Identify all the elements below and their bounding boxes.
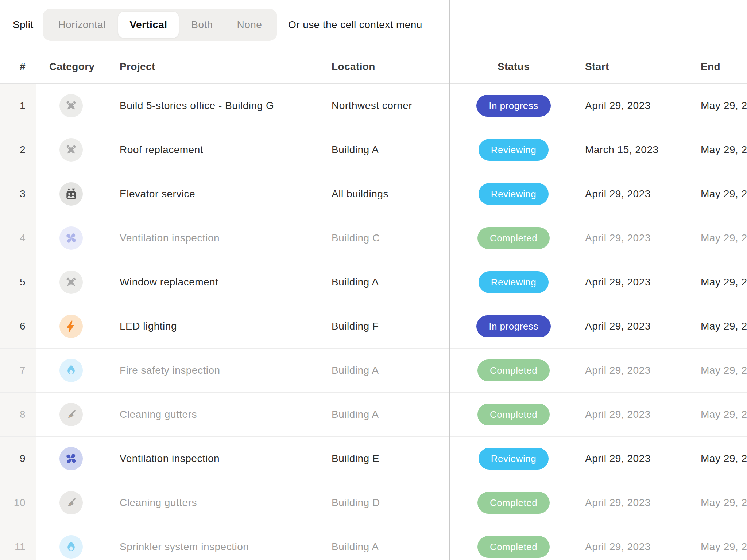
start-date-cell[interactable]: April 29, 2023 xyxy=(577,100,693,112)
row-number-cell[interactable]: 3 xyxy=(0,172,36,216)
start-date-cell[interactable]: April 29, 2023 xyxy=(577,188,693,200)
project-cell[interactable]: Build 5-stories office - Building G xyxy=(120,100,332,112)
location-cell[interactable]: Building A xyxy=(332,144,450,156)
end-date-cell[interactable]: May 29, 2023 xyxy=(693,232,747,244)
table-row[interactable]: 7Fire safety inspectionBuilding AComplet… xyxy=(0,349,747,393)
location-cell[interactable]: Building E xyxy=(332,453,450,464)
project-cell[interactable]: Sprinkler system inspection xyxy=(120,541,332,553)
start-date-cell[interactable]: March 15, 2023 xyxy=(577,144,693,156)
row-number-cell[interactable]: 8 xyxy=(0,393,36,436)
row-number-cell[interactable]: 11 xyxy=(0,525,36,560)
end-date-cell[interactable]: May 29, 2023 xyxy=(693,365,747,376)
split-option-both[interactable]: Both xyxy=(179,12,224,38)
project-cell[interactable]: Ventilation inspection xyxy=(120,453,332,464)
end-date-cell[interactable]: May 29, 2023 xyxy=(693,409,747,420)
split-option-horizontal[interactable]: Horizontal xyxy=(46,12,117,38)
location-cell[interactable]: All buildings xyxy=(332,188,450,200)
status-cell[interactable]: Completed xyxy=(450,492,577,514)
category-cell[interactable] xyxy=(36,447,120,470)
row-number-cell[interactable]: 6 xyxy=(0,304,36,348)
category-cell[interactable] xyxy=(36,359,120,382)
category-cell[interactable] xyxy=(36,315,120,338)
table-row[interactable]: 6LED lightingBuilding FIn progressApril … xyxy=(0,304,747,349)
table-row[interactable]: 4Ventilation inspectionBuilding CComplet… xyxy=(0,216,747,260)
category-cell[interactable] xyxy=(36,182,120,206)
status-cell[interactable]: In progress xyxy=(450,95,577,117)
category-cell[interactable] xyxy=(36,94,120,117)
split-option-vertical[interactable]: Vertical xyxy=(118,12,179,38)
category-cell[interactable] xyxy=(36,226,120,250)
end-date-cell[interactable]: May 29, 2023 xyxy=(693,320,747,332)
column-header-number[interactable]: # xyxy=(0,61,36,73)
column-header-category[interactable]: Category xyxy=(36,61,120,73)
category-cell[interactable] xyxy=(36,491,120,514)
row-number-cell[interactable]: 2 xyxy=(0,128,36,172)
location-cell[interactable]: Building C xyxy=(332,232,450,244)
location-cell[interactable]: Building F xyxy=(332,320,450,332)
column-header-end[interactable]: End xyxy=(693,61,747,73)
category-cell[interactable] xyxy=(36,138,120,162)
location-cell[interactable]: Building A xyxy=(332,541,450,553)
split-divider-handle[interactable] xyxy=(449,0,450,560)
category-cell[interactable] xyxy=(36,271,120,294)
column-header-status[interactable]: Status xyxy=(450,61,577,73)
table-row[interactable]: 8Cleaning guttersBuilding ACompletedApri… xyxy=(0,393,747,437)
status-cell[interactable]: Completed xyxy=(450,404,577,425)
split-option-none[interactable]: None xyxy=(225,12,274,38)
category-cell[interactable] xyxy=(36,535,120,559)
project-cell[interactable]: Cleaning gutters xyxy=(120,409,332,420)
table-row[interactable]: 2Roof replacementBuilding AReviewingMarc… xyxy=(0,128,747,172)
category-cell[interactable] xyxy=(36,403,120,426)
start-date-cell[interactable]: April 29, 2023 xyxy=(577,320,693,332)
end-date-cell[interactable]: May 29, 2023 xyxy=(693,276,747,288)
location-cell[interactable]: Building A xyxy=(332,276,450,288)
row-number-cell[interactable]: 10 xyxy=(0,481,36,525)
column-header-location[interactable]: Location xyxy=(332,61,450,73)
table-row[interactable]: 5Window replacementBuilding AReviewingAp… xyxy=(0,260,747,304)
project-cell[interactable]: Roof replacement xyxy=(120,144,332,156)
table-row[interactable]: 3Elevator serviceAll buildingsReviewingA… xyxy=(0,172,747,216)
table-row[interactable]: 11Sprinkler system inspectionBuilding AC… xyxy=(0,525,747,560)
project-cell[interactable]: Fire safety inspection xyxy=(120,365,332,376)
end-date-cell[interactable]: May 29, 2023 xyxy=(693,497,747,509)
end-date-cell[interactable]: May 29, 2023 xyxy=(693,100,747,112)
row-number-cell[interactable]: 7 xyxy=(0,349,36,392)
column-header-start[interactable]: Start xyxy=(577,61,693,73)
end-date-cell[interactable]: May 29, 2023 xyxy=(693,144,747,156)
row-number-cell[interactable]: 4 xyxy=(0,216,36,260)
status-cell[interactable]: In progress xyxy=(450,315,577,337)
row-number-cell[interactable]: 9 xyxy=(0,437,36,481)
project-cell[interactable]: Window replacement xyxy=(120,276,332,288)
start-date-cell[interactable]: April 29, 2023 xyxy=(577,541,693,553)
project-cell[interactable]: Cleaning gutters xyxy=(120,497,332,509)
project-cell[interactable]: Elevator service xyxy=(120,188,332,200)
location-cell[interactable]: Building A xyxy=(332,365,450,376)
table-row[interactable]: 1Build 5-stories office - Building GNort… xyxy=(0,84,747,128)
table-row[interactable]: 9Ventilation inspectionBuilding EReviewi… xyxy=(0,437,747,481)
status-cell[interactable]: Completed xyxy=(450,227,577,249)
column-header-project[interactable]: Project xyxy=(120,61,332,73)
end-date-cell[interactable]: May 29, 2023 xyxy=(693,188,747,200)
start-date-cell[interactable]: April 29, 2023 xyxy=(577,232,693,244)
project-cell[interactable]: LED lighting xyxy=(120,320,332,332)
status-cell[interactable]: Reviewing xyxy=(450,448,577,470)
project-cell[interactable]: Ventilation inspection xyxy=(120,232,332,244)
start-date-cell[interactable]: April 29, 2023 xyxy=(577,276,693,288)
status-cell[interactable]: Completed xyxy=(450,359,577,381)
start-date-cell[interactable]: April 29, 2023 xyxy=(577,497,693,509)
table-row[interactable]: 10Cleaning guttersBuilding DCompletedApr… xyxy=(0,481,747,525)
start-date-cell[interactable]: April 29, 2023 xyxy=(577,409,693,420)
row-number-cell[interactable]: 5 xyxy=(0,260,36,304)
end-date-cell[interactable]: May 29, 2023 xyxy=(693,541,747,553)
location-cell[interactable]: Building D xyxy=(332,497,450,509)
location-cell[interactable]: Building A xyxy=(332,409,450,420)
start-date-cell[interactable]: April 29, 2023 xyxy=(577,453,693,464)
location-cell[interactable]: Northwest corner xyxy=(332,100,450,112)
status-cell[interactable]: Reviewing xyxy=(450,139,577,161)
row-number-cell[interactable]: 1 xyxy=(0,84,36,128)
status-cell[interactable]: Completed xyxy=(450,536,577,558)
start-date-cell[interactable]: April 29, 2023 xyxy=(577,365,693,376)
status-cell[interactable]: Reviewing xyxy=(450,183,577,205)
status-cell[interactable]: Reviewing xyxy=(450,271,577,293)
end-date-cell[interactable]: May 29, 2023 xyxy=(693,453,747,464)
